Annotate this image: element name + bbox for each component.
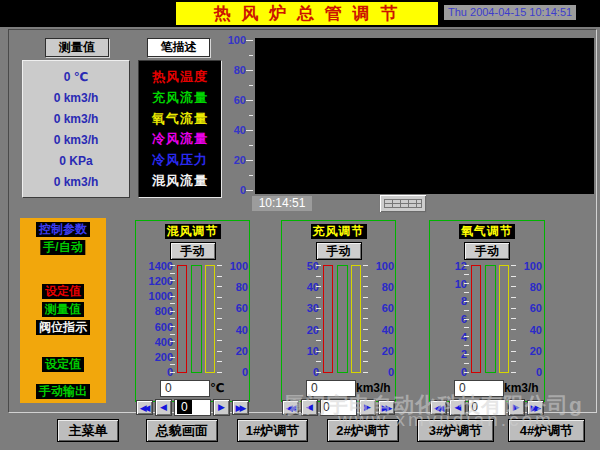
setpoint-value-field: 0 [160,380,210,397]
measured-values-list: 0 ℃0 km3/h0 km3/h0 km3/h0 KPa0 km3/h [22,60,130,198]
decrease-icon[interactable]: ◀ [449,399,466,416]
scale-label: 60 [236,303,248,313]
fast-decrease-icon[interactable]: ◀◀ [430,400,447,415]
manual-auto-button[interactable]: 手动 [316,242,362,260]
manual-output-input[interactable]: 0 [468,399,506,416]
row-label: 测量值 [42,302,84,317]
scale-label: 20 [382,346,394,356]
unit-label: km3/h [504,381,539,395]
measured-value: 0 km3/h [23,175,129,189]
left-scale-ticks [316,265,321,373]
y-tick-label: 20 [234,155,246,165]
scale-label: 100 [376,261,394,271]
grid-icon [384,199,422,208]
y-tick-label: 60 [234,95,246,105]
manual-auto-button[interactable]: 手动 [170,242,216,260]
nav-overview-button[interactable]: 总貌画面 [146,419,218,442]
row-label: 控制参数 [36,222,90,237]
right-scale: 100806040200 [224,261,248,377]
row-label: 设定值 [42,357,84,372]
setpoint-bar [471,265,481,373]
scale-label: 0 [536,367,542,377]
right-scale-ticks [217,265,222,373]
manual-output-stepper: ◀◀ ◀ 0 ▶ ▶▶ [282,399,395,416]
scale-label: 60 [530,303,542,313]
decrease-icon[interactable]: ◀ [301,399,318,416]
fast-increase-icon[interactable]: ▶▶ [378,400,395,415]
left-scale: 1400120010008006004002000 [136,261,173,377]
trend-pager-icon[interactable] [379,194,427,213]
setpoint-bar [323,265,333,373]
right-scale-ticks [511,265,516,373]
pen-label: 热风温度 [139,68,221,86]
pen-legend-list: 热风温度充风流量氧气流量冷风流量冷风压力混风流量 [138,60,222,198]
bar-gauge: 50403020100 100806040200 [282,265,395,373]
scale-label: 80 [382,282,394,292]
row-label: 手/自动 [40,240,85,255]
setpoint-bar [177,265,187,373]
valve-position-bar [499,265,509,373]
nav-furnace3-button[interactable]: 3#炉调节 [417,419,494,442]
measured-value: 0 km3/h [23,112,129,126]
manual-output-input[interactable]: 0 [320,399,357,416]
measured-value: 0 km3/h [23,133,129,147]
nav-main-menu-button[interactable]: 主菜单 [57,419,119,442]
fast-increase-icon[interactable]: ▶▶ [232,400,249,415]
manual-output-stepper: ◀◀ ◀ 0 ▶ ▶▶ [430,399,544,416]
measured-bar [337,265,348,373]
scale-label: 20 [530,346,542,356]
fast-increase-icon[interactable]: ▶▶ [527,400,544,415]
measured-value: 0 KPa [23,154,129,168]
manual-output-input[interactable]: 0 [174,399,211,416]
trend-y-axis-labels: 100806040200 [218,35,246,195]
manual-output-value: 0 [177,400,192,414]
unit-label: ℃ [210,381,225,395]
nav-furnace2-button[interactable]: 2#炉调节 [327,419,399,442]
control-group-charging-blast: 充风调节 手动 50403020100 100806040200 0 km3/h… [281,220,396,402]
row-label: 阀位指示 [36,320,90,335]
trend-y-axis-minor-ticks [249,40,253,191]
row-label: 手动输出 [36,384,90,399]
fast-decrease-icon[interactable]: ◀◀ [136,400,153,415]
increase-icon[interactable]: ▶ [359,399,376,416]
control-row-labels-panel: 控制参数手/自动设定值测量值阀位指示设定值手动输出 [20,218,106,403]
pen-label: 冷风压力 [139,151,221,169]
scale-label: 0 [242,367,248,377]
value-row: 0 km3/h [282,380,395,397]
nav-furnace1-button[interactable]: 1#炉调节 [237,419,308,442]
y-tick-label: 40 [234,125,246,135]
left-scale-ticks [170,265,175,373]
left-scale: 50403020100 [282,261,319,377]
decrease-icon[interactable]: ◀ [155,399,172,416]
pen-label: 氧气流量 [139,110,221,128]
value-row: 0 km3/h [430,380,544,397]
setpoint-value-field: 0 [306,380,356,397]
pen-label: 充风流量 [139,89,221,107]
control-group-mixed-blast: 混风调节 手动 1400120010008006004002000 100806… [135,220,250,402]
scale-label: 40 [530,325,542,335]
increase-icon[interactable]: ▶ [508,399,525,416]
pen-description-header: 笔描述 [147,38,210,57]
measured-value: 0 km3/h [23,91,129,105]
pen-label: 冷风流量 [139,130,221,148]
fast-decrease-icon[interactable]: ◀◀ [282,400,299,415]
bar-gauge: 121086420 100806040200 [430,265,544,373]
manual-auto-button[interactable]: 手动 [464,242,510,260]
trend-plot-area [255,38,594,194]
scale-label: 100 [524,261,542,271]
row-label: 设定值 [42,284,84,299]
pen-label: 混风流量 [139,172,221,190]
bar-gauge: 1400120010008006004002000 100806040200 [136,265,249,373]
y-tick-label: 80 [234,65,246,75]
title-bar: 热 风 炉 总 管 调 节 Thu 2004-04-15 10:14:51 [0,0,600,27]
value-row: 0 ℃ [136,380,249,397]
scale-label: 40 [236,325,248,335]
trend-time-label: 10:14:51 [252,196,312,211]
nav-furnace4-button[interactable]: 4#炉调节 [508,419,585,442]
datetime-label: Thu 2004-04-15 10:14:51 [444,5,576,20]
increase-icon[interactable]: ▶ [213,399,230,416]
left-scale-ticks [464,265,469,373]
page-title: 热 风 炉 总 管 调 节 [176,2,438,25]
manual-output-stepper: ◀◀ ◀ 0 ▶ ▶▶ [136,399,249,416]
control-group-oxygen: 氧气调节 手动 121086420 100806040200 0 km3/h ◀… [429,220,545,402]
